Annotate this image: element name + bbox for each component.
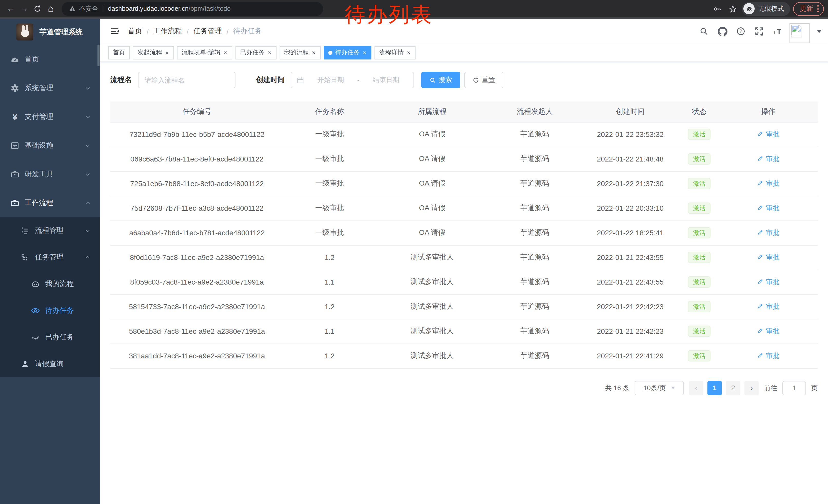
user-avatar[interactable] xyxy=(790,23,810,43)
pagination: 共 16 条 10条/页 ‹ 1 2 › 前往 页 xyxy=(110,381,818,395)
tab-process-form-edit[interactable]: 流程表单-编辑 × xyxy=(177,46,233,59)
cell-task-name: 一级审批 xyxy=(284,221,376,245)
tab-process-detail[interactable]: 流程详情 × xyxy=(374,46,416,59)
sidebar-item-workflow[interactable]: 工作流程 xyxy=(0,189,100,217)
close-icon[interactable]: × xyxy=(312,49,316,56)
browser-home-button[interactable]: ⌂ xyxy=(44,2,57,15)
status-badge: 激活 xyxy=(688,301,710,313)
edit-pencil-icon xyxy=(757,353,764,359)
approve-link[interactable]: 审批 xyxy=(757,203,779,213)
question-circle-icon: ? xyxy=(736,27,745,36)
tab-start-process[interactable]: 发起流程 × xyxy=(133,46,174,59)
sidebar-item-label: 支付管理 xyxy=(25,112,53,122)
col-status: 状态 xyxy=(680,101,719,122)
sidebar-item-system[interactable]: 系统管理 xyxy=(0,74,100,102)
tab-done-tasks[interactable]: 已办任务 × xyxy=(236,46,277,59)
reset-button[interactable]: 重置 xyxy=(464,72,503,88)
tab-my-process[interactable]: 我的流程 × xyxy=(280,46,321,59)
edit-pencil-icon xyxy=(757,131,764,138)
search-button[interactable]: 搜索 xyxy=(421,72,460,88)
approve-link[interactable]: 审批 xyxy=(757,277,779,287)
close-icon[interactable]: × xyxy=(267,49,272,56)
close-icon[interactable]: × xyxy=(165,49,169,56)
chevron-up-icon xyxy=(85,200,91,206)
table-row: 58154733-7ac8-11ec-a9e2-a2380e71991a1.2测… xyxy=(110,294,818,319)
sidebar-item-payment[interactable]: ¥ 支付管理 xyxy=(0,102,100,131)
cell-task-id: 58154733-7ac8-11ec-a9e2-a2380e71991a xyxy=(110,294,284,319)
font-size-icon: T T xyxy=(773,26,783,36)
sidebar-item-process-management[interactable]: 流程管理 xyxy=(0,217,100,244)
page-button-1[interactable]: 1 xyxy=(707,381,722,395)
approve-link[interactable]: 审批 xyxy=(757,179,779,188)
sidebar-item-infrastructure[interactable]: 基础设施 xyxy=(0,131,100,160)
sidebar-item-leave-query[interactable]: 请假查询 xyxy=(0,351,100,377)
help-button[interactable]: ? xyxy=(734,25,747,38)
page-size-select[interactable]: 10条/页 xyxy=(634,381,684,395)
date-range-picker[interactable]: 开始日期 - 结束日期 xyxy=(291,72,414,88)
cell-task-id: 75d72608-7b7f-11ec-a3c8-acde48001122 xyxy=(110,196,284,221)
browser-menu-icon[interactable] xyxy=(817,5,819,12)
cell-process: 测试多审批人 xyxy=(376,319,489,343)
active-tab-dot xyxy=(328,50,332,55)
table-row: 725a1eb6-7b88-11ec-8ef0-acde48001122一级审批… xyxy=(110,171,818,196)
font-size-button[interactable]: T T xyxy=(771,25,784,38)
date-end-placeholder: 结束日期 xyxy=(364,75,408,85)
close-icon[interactable]: × xyxy=(406,49,411,56)
process-name-input[interactable] xyxy=(138,72,236,88)
sidebar-item-todo-tasks[interactable]: 待办任务 xyxy=(0,297,100,324)
close-icon[interactable]: × xyxy=(223,49,228,56)
sidebar-scrollbar-thumb[interactable] xyxy=(97,45,99,66)
edit-pencil-icon xyxy=(757,180,764,187)
date-start-placeholder: 开始日期 xyxy=(308,75,353,85)
browser-reload-button[interactable] xyxy=(31,2,44,15)
svg-text:?: ? xyxy=(740,29,742,34)
tree-node-icon xyxy=(20,253,30,262)
approve-link[interactable]: 审批 xyxy=(757,327,779,336)
sidebar-collapse-button[interactable] xyxy=(106,22,124,40)
sidebar-item-my-process[interactable]: 我的流程 xyxy=(0,271,100,297)
sidebar-item-task-management[interactable]: 任务管理 xyxy=(0,244,100,271)
chevron-down-icon xyxy=(85,114,91,120)
address-bar[interactable]: 不安全 dashboard.yudao.iocoder.cn/bpm/task/… xyxy=(61,2,323,16)
tab-home[interactable]: 首页 xyxy=(108,46,130,59)
bookmark-star-icon[interactable] xyxy=(727,3,739,15)
header-search-button[interactable] xyxy=(697,25,710,38)
svg-text:T: T xyxy=(777,27,781,35)
svg-text:T: T xyxy=(773,30,776,35)
approve-link[interactable]: 审批 xyxy=(757,228,779,237)
breadcrumb-task-management[interactable]: 任务管理 xyxy=(194,27,222,36)
broken-image-icon xyxy=(791,25,803,38)
browser-back-button[interactable]: ← xyxy=(4,2,17,15)
password-key-icon[interactable] xyxy=(711,3,723,15)
toolbox-icon xyxy=(10,198,19,208)
approve-link[interactable]: 审批 xyxy=(757,302,779,311)
page-button-2[interactable]: 2 xyxy=(726,381,740,395)
breadcrumb-home[interactable]: 首页 xyxy=(128,27,142,36)
cell-initiator: 芋道源码 xyxy=(489,270,581,294)
fullscreen-button[interactable] xyxy=(753,25,766,38)
tab-todo-tasks[interactable]: 待办任务 × xyxy=(324,46,371,59)
sidebar-item-home[interactable]: 首页 xyxy=(0,45,100,74)
prev-page-button[interactable]: ‹ xyxy=(689,381,703,395)
close-icon[interactable]: × xyxy=(362,49,367,56)
next-page-button[interactable]: › xyxy=(744,381,759,395)
top-navbar: 首页 / 工作流程 / 任务管理 / 待办任务 xyxy=(100,19,828,44)
approve-link[interactable]: 审批 xyxy=(757,351,779,360)
github-link[interactable] xyxy=(716,25,729,38)
status-badge: 激活 xyxy=(688,252,710,263)
chrome-update-button[interactable]: 更新 xyxy=(793,2,824,16)
tags-view-bar: 首页 发起流程 × 流程表单-编辑 × 已办任务 × 我的流程 × 待办任务 × xyxy=(100,44,828,62)
approve-link[interactable]: 审批 xyxy=(757,130,779,139)
goto-page-input[interactable] xyxy=(782,381,806,395)
user-menu-caret-icon[interactable] xyxy=(817,30,822,33)
cell-created: 2022-01-21 22:43:55 xyxy=(581,245,680,270)
security-label: 不安全 xyxy=(79,4,98,13)
address-divider xyxy=(102,5,103,12)
approve-link[interactable]: 审批 xyxy=(757,154,779,164)
browser-forward-button[interactable]: → xyxy=(17,2,31,15)
app-logo-row[interactable]: 芋道管理系统 xyxy=(0,19,100,45)
breadcrumb-workflow[interactable]: 工作流程 xyxy=(153,27,182,36)
approve-link[interactable]: 审批 xyxy=(757,253,779,262)
sidebar-item-dev-tools[interactable]: 研发工具 xyxy=(0,160,100,189)
sidebar-item-done-tasks[interactable]: 已办任务 xyxy=(0,324,100,351)
